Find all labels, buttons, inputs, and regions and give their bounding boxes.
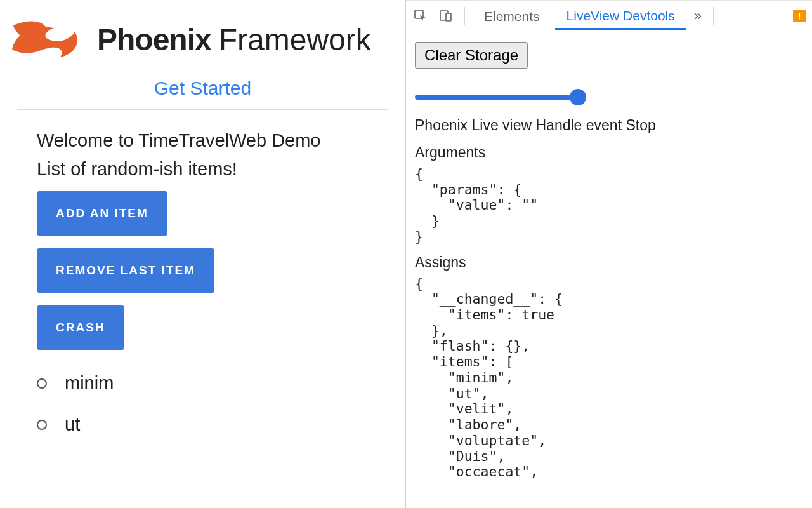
add-item-button[interactable]: Add an Item <box>37 191 167 236</box>
bullet-icon <box>37 378 47 389</box>
list-item: minim <box>37 363 369 404</box>
assigns-json: { "__changed__": { "items": true }, "fla… <box>415 276 803 480</box>
page-title: Welcome to TimeTravelWeb Demo <box>37 130 369 151</box>
brand-name: Phoenix Framework <box>97 22 371 57</box>
tabs-overflow-icon[interactable]: » <box>690 8 705 24</box>
device-toggle-icon[interactable] <box>435 5 457 27</box>
crash-button[interactable]: Crash <box>37 305 124 350</box>
list-item-label: minim <box>65 373 114 394</box>
devtools-body: Clear Storage Phoenix Live view Handle e… <box>406 30 812 489</box>
tabbar-separator <box>464 7 465 25</box>
remove-last-item-button[interactable]: Remove Last Item <box>37 248 214 293</box>
brand: Phoenix Framework <box>10 13 396 66</box>
items-list: minim ut <box>37 363 369 445</box>
clear-storage-button[interactable]: Clear Storage <box>415 42 528 69</box>
assigns-heading: Assigns <box>415 254 803 271</box>
page-subtitle: List of random-ish items! <box>37 159 369 180</box>
page-content: Welcome to TimeTravelWeb Demo List of ra… <box>0 110 405 445</box>
get-started-link[interactable]: Get Started <box>154 77 251 98</box>
page-pane: Phoenix Framework Get Started Welcome to… <box>0 0 406 508</box>
slider-thumb[interactable] <box>570 89 586 105</box>
brand-name-bold: Phoenix <box>97 22 211 57</box>
warnings-badge-icon[interactable] <box>793 10 806 22</box>
timeline-slider[interactable] <box>415 90 579 104</box>
list-item: ut <box>37 404 369 445</box>
slider-track <box>415 95 579 100</box>
phoenix-logo-icon <box>10 13 86 66</box>
event-name: Phoenix Live view Handle event Stop <box>415 117 803 134</box>
brand-name-light: Framework <box>219 22 371 57</box>
tab-liveview-devtools[interactable]: LiveView Devtools <box>555 2 686 30</box>
tab-elements[interactable]: Elements <box>473 3 551 29</box>
devtools-tabbar: Elements LiveView Devtools » <box>406 1 812 30</box>
devtools-pane: Elements LiveView Devtools » Clear Stora… <box>406 0 812 508</box>
tabbar-separator <box>713 7 714 25</box>
inspect-element-icon[interactable] <box>410 5 431 27</box>
arguments-json: { "params": { "value": "" } } <box>415 166 803 245</box>
page-header: Phoenix Framework Get Started <box>0 0 405 110</box>
arguments-heading: Arguments <box>415 144 803 161</box>
bullet-icon <box>37 420 47 430</box>
svg-rect-2 <box>446 13 451 21</box>
list-item-label: ut <box>65 414 80 435</box>
